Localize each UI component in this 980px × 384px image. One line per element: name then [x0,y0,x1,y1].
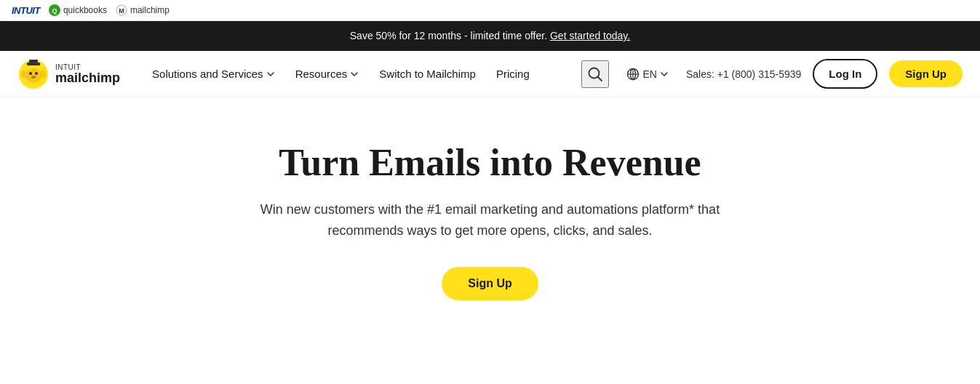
svg-point-6 [29,72,32,75]
svg-point-9 [21,71,27,78]
lang-label: EN [642,68,656,80]
language-selector[interactable]: EN [621,63,674,85]
nav-pricing-label: Pricing [496,68,530,80]
announcement-text: Save 50% for 12 months - limited time of… [350,30,547,41]
chevron-down-icon-resources [350,70,359,79]
nav-pricing[interactable]: Pricing [487,62,538,86]
svg-point-7 [35,72,38,75]
svg-text:Q: Q [52,7,57,15]
chevron-down-icon [266,70,275,79]
login-button[interactable]: Log In [813,59,877,89]
svg-text:M: M [119,7,124,15]
logo-mailchimp-text: mailchimp [55,71,120,84]
quickbooks-brand-item[interactable]: Q quickbooks [49,4,107,16]
globe-icon [626,68,640,81]
nav-links: Solutions and Services Resources Switch … [143,62,581,86]
mailchimp-logo-icon [17,58,49,90]
logo-text: INTUIT mailchimp [55,63,120,84]
sales-number: Sales: +1 (800) 315-5939 [686,68,801,80]
hero-title: Turn Emails into Revenue [279,141,701,185]
brand-bar: INTUIT Q quickbooks M mailchimp [0,0,980,21]
logo-area[interactable]: INTUIT mailchimp [17,58,120,90]
nav-solutions-label: Solutions and Services [152,68,263,80]
intuit-brand-logo: INTUIT [12,5,40,16]
nav-resources[interactable]: Resources [287,62,368,86]
main-nav: INTUIT mailchimp Solutions and Services … [0,51,980,97]
nav-switch-label: Switch to Mailchimp [379,68,476,80]
search-button[interactable] [581,60,609,88]
nav-resources-label: Resources [295,68,348,80]
mailchimp-brand-item[interactable]: M mailchimp [116,4,170,16]
quickbooks-icon: Q [49,4,60,16]
announcement-bar: Save 50% for 12 months - limited time of… [0,21,980,51]
svg-rect-12 [29,60,38,65]
quickbooks-label: quickbooks [63,5,107,15]
hero-subtitle: Win new customers with the #1 email mark… [258,199,723,241]
signup-button-nav[interactable]: Sign Up [889,60,963,87]
announcement-link[interactable]: Get started today. [550,30,630,41]
svg-point-10 [40,71,46,78]
nav-right: EN Sales: +1 (800) 315-5939 Log In Sign … [581,59,963,89]
svg-point-8 [31,76,36,79]
lang-chevron-icon [660,70,669,79]
search-icon [587,66,603,82]
mailchimp-brand-icon: M [116,4,127,16]
hero-section: Turn Emails into Revenue Win new custome… [0,97,980,329]
svg-line-14 [598,76,602,81]
nav-solutions[interactable]: Solutions and Services [143,62,284,86]
mailchimp-brand-label: mailchimp [130,5,170,15]
nav-switch[interactable]: Switch to Mailchimp [370,62,485,86]
hero-signup-button[interactable]: Sign Up [442,267,538,300]
